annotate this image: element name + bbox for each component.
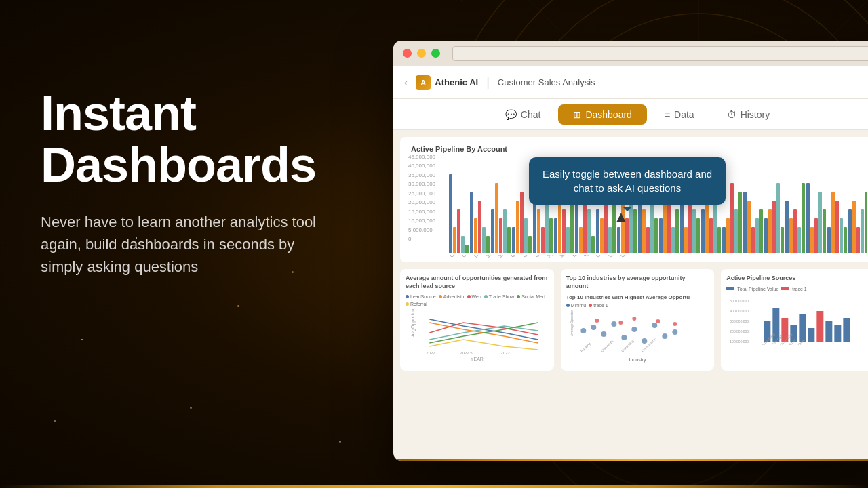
x-axis: const xLabels = ['CloudKick','Coco...','… xyxy=(449,255,867,260)
chart-2-subtitle: Top 10 Industries with Highest Average O… xyxy=(566,294,709,300)
minimize-button[interactable] xyxy=(417,49,426,58)
bottom-charts: Average amount of opportunities generate… xyxy=(400,269,868,371)
svg-text:Chemicals: Chemicals xyxy=(599,339,614,353)
tooltip-bubble: Easily toggle between dashboard and chat… xyxy=(529,157,726,205)
particle xyxy=(54,420,56,422)
headline: Instant Dashboards xyxy=(41,88,380,190)
mini-chart-industries: Top 10 industries by average opportunity… xyxy=(561,269,715,371)
maximize-button[interactable] xyxy=(431,49,440,58)
particle xyxy=(339,441,341,443)
svg-point-34 xyxy=(662,333,667,339)
page-title: Customer Sales Analysis xyxy=(498,77,595,87)
svg-rect-56 xyxy=(808,328,815,342)
bottom-line xyxy=(393,459,868,461)
mini-chart-pipeline: Active Pipeline Sources Total Pipeline V… xyxy=(721,269,868,371)
tab-chat-label: Chat xyxy=(521,109,541,120)
svg-point-26 xyxy=(580,328,586,333)
mini-chart-3-title: Active Pipeline Sources xyxy=(726,274,868,283)
svg-point-29 xyxy=(611,321,616,327)
particle xyxy=(237,305,239,307)
tab-bar: 💬 Chat ⊞ Dashboard ≡ Data ⏱ History xyxy=(393,99,868,130)
svg-text:2022.5: 2022.5 xyxy=(460,351,473,355)
bottom-gold-line xyxy=(0,485,868,488)
svg-text:2022: 2022 xyxy=(426,351,435,355)
svg-text:300,000,000: 300,000,000 xyxy=(730,319,749,323)
svg-point-32 xyxy=(642,338,647,344)
svg-rect-58 xyxy=(826,321,833,342)
svg-text:2023: 2023 xyxy=(500,351,510,355)
brand-logo: A Athenic AI xyxy=(416,75,478,90)
particle xyxy=(190,407,192,409)
line-chart-svg: AvgOpportunityAmount 2022 2022.5 2023 YE… xyxy=(406,309,549,357)
tab-history[interactable]: ⏱ History xyxy=(712,104,785,125)
brand-name: Athenic AI xyxy=(435,77,478,87)
svg-point-36 xyxy=(595,319,599,323)
tab-data[interactable]: ≡ Data xyxy=(650,104,709,125)
tab-history-label: History xyxy=(741,109,770,120)
svg-point-35 xyxy=(672,329,677,335)
tab-data-label: Data xyxy=(674,109,694,120)
nav-bar: ‹ A Athenic AI | Customer Sales Analysis xyxy=(393,66,868,99)
svg-text:200,000,000: 200,000,000 xyxy=(730,329,749,333)
browser-window: ‹ A Athenic AI | Customer Sales Analysis… xyxy=(393,41,868,461)
svg-point-39 xyxy=(656,319,660,323)
svg-point-27 xyxy=(591,325,596,330)
svg-text:AverageOpportunityAmo: AverageOpportunityAmo xyxy=(570,310,574,336)
svg-point-28 xyxy=(601,331,606,337)
back-button[interactable]: ‹ xyxy=(404,77,408,89)
svg-point-37 xyxy=(618,321,623,325)
scatter-chart: AverageOpportunityAmo Banking Chemicals … xyxy=(566,310,709,354)
subtext: Never have to learn another analytics to… xyxy=(41,211,326,278)
svg-text:100,000,000: 100,000,000 xyxy=(730,340,749,344)
mini-chart-2-title: Top 10 industries by average opportunity… xyxy=(566,274,709,290)
main-chart: Active Pipeline By Account 45,000,000 40… xyxy=(400,137,868,262)
svg-point-31 xyxy=(631,327,637,332)
data-icon: ≡ xyxy=(665,109,670,120)
svg-text:Consulting: Consulting xyxy=(620,339,634,353)
mini-chart-1-title: Average amount of opportunities generate… xyxy=(406,274,549,290)
svg-point-40 xyxy=(673,322,677,326)
svg-point-33 xyxy=(652,323,657,328)
legend-1: LeadSource Advertisin Web Trade Show Soc… xyxy=(406,294,549,306)
pipeline-bar-chart: 500,000,000 400,000,000 300,000,000 200,… xyxy=(726,294,868,345)
particle xyxy=(81,339,83,340)
nav-divider: | xyxy=(486,75,490,89)
dashboard-content: Active Pipeline By Account 45,000,000 40… xyxy=(393,130,868,461)
svg-rect-60 xyxy=(844,318,850,342)
brand-icon: A xyxy=(416,75,431,90)
legend-3: Total Pipeline Value trace 1 xyxy=(726,287,868,291)
tab-chat[interactable]: 💬 Chat xyxy=(490,104,556,125)
cursor: ▲ xyxy=(614,208,629,226)
svg-rect-59 xyxy=(835,325,842,342)
chat-icon: 💬 xyxy=(505,109,517,120)
close-button[interactable] xyxy=(403,49,412,58)
left-panel: Instant Dashboards Never have to learn a… xyxy=(41,88,380,278)
tab-dashboard-label: Dashboard xyxy=(585,109,632,120)
y-axis: 45,000,000 40,000,000 35,000,000 30,000,… xyxy=(408,154,435,242)
svg-point-30 xyxy=(621,335,627,340)
tab-dashboard[interactable]: ⊞ Dashboard xyxy=(558,104,647,125)
url-bar[interactable] xyxy=(452,46,868,61)
history-icon: ⏱ xyxy=(727,109,736,120)
svg-point-38 xyxy=(632,317,636,321)
dashboard-icon: ⊞ xyxy=(573,109,581,120)
legend-2: Minimu trace 1 xyxy=(566,303,709,308)
svg-text:AvgOpportunityAmount: AvgOpportunityAmount xyxy=(410,309,416,337)
svg-rect-57 xyxy=(817,311,824,342)
tooltip-text: Easily toggle between dashboard and chat… xyxy=(542,168,712,194)
svg-text:500,000,000: 500,000,000 xyxy=(730,299,749,303)
title-bar xyxy=(393,41,868,66)
svg-text:Banking: Banking xyxy=(579,342,591,353)
svg-text:400,000,000: 400,000,000 xyxy=(730,309,749,313)
main-chart-title: Active Pipeline By Account xyxy=(408,145,867,153)
mini-chart-lead-source: Average amount of opportunities generate… xyxy=(400,269,554,371)
